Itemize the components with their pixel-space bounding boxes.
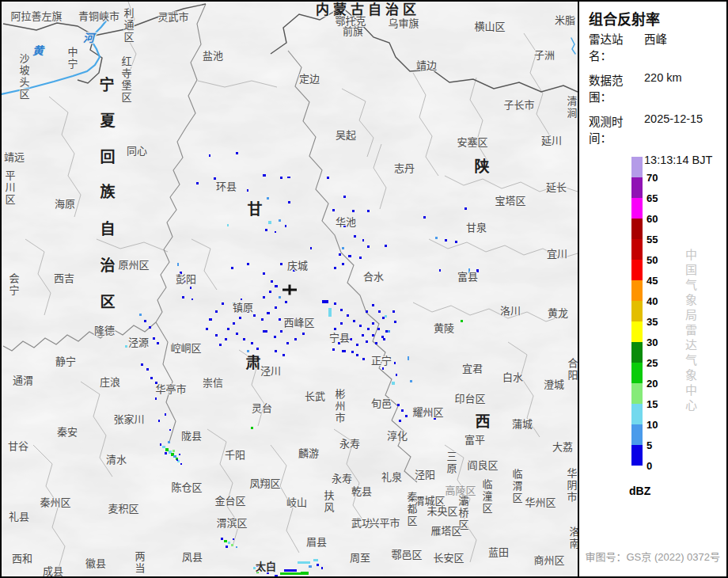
radar-echo [180,463,182,465]
radar-echo [328,308,332,317]
map-label: 千阳 [225,450,245,460]
map-label: 彬州市 [335,389,345,424]
map-label: 通渭 [13,375,33,386]
map-label: 同心 [127,146,147,156]
radar-echo [367,328,370,330]
radar-echo [157,342,159,344]
radar-echo [313,559,318,561]
radar-echo [267,197,269,200]
radar-echo [394,321,396,323]
radar-echo [285,225,286,227]
radar-echo [280,177,282,179]
radar-echo [228,542,230,544]
map-label: 华州区 [525,497,555,508]
radar-echo [359,257,362,259]
radar-echo [385,245,387,247]
radar-echo [271,280,273,283]
map-label: 河 [83,32,94,44]
map-label: 内蒙古自治区 [316,3,420,17]
radar-echo [366,310,368,313]
radar-echo [445,239,447,241]
legend-tick-label: 5 [646,439,652,451]
map-label: 礼泉 [381,472,402,482]
map-label: 肃 [245,356,260,371]
radar-echo [150,377,153,379]
radar-echo [334,267,336,269]
radar-echo [301,572,309,575]
map-label: 回 [100,150,115,165]
radar-echo [439,269,441,272]
map-label: 前旗 [343,26,363,36]
radar-echo [392,310,395,313]
map-label: 陈仓区 [171,482,202,492]
radar-echo [206,328,208,330]
radar-echo [342,247,344,249]
radar-echo [408,356,409,360]
radar-echo [372,322,374,325]
dbz-legend: 7065605550454035302520151050 [579,2,726,576]
map-label: 蒲城 [512,419,533,429]
map-label: 周至 [350,553,370,563]
map-label: 乾县 [351,486,372,496]
map-label: 永寿 [332,473,352,484]
radar-echo [165,452,167,454]
radar-echo [464,207,467,210]
legend-tick-label: 60 [646,213,658,225]
radar-echo [332,209,335,211]
map-label: 永寿 [339,439,360,449]
radar-echo [236,333,238,335]
map-label: 陕 [474,159,489,174]
radar-echo [256,348,259,350]
radar-echo [224,540,227,542]
map-label: 米脂 [555,15,575,25]
radar-echo [362,358,365,360]
radar-echo [263,330,267,333]
radar-echo [310,247,312,249]
radar-echo [275,575,278,576]
map-label: 三原 [446,451,457,475]
map-label: 华阴市 [567,468,577,504]
legend-unit: dBZ [629,485,650,497]
map-label: 甘 [247,202,262,217]
radar-echo [287,177,290,178]
radar-echo [225,338,227,340]
map-label: 凤县 [182,552,203,562]
radar-echo [247,189,248,192]
radar-echo [353,320,355,322]
radar-echo [334,302,336,305]
map-label: 长安区 [433,553,464,563]
legend-swatch [631,157,643,177]
map-label: 会宁 [9,273,19,297]
map-label: 华亭市 [155,384,186,394]
legend-swatch [631,239,643,260]
radar-echo [394,362,396,364]
radar-echo [298,561,310,564]
radar-echo [377,328,380,330]
radar-echo [322,300,328,303]
radar-echo [149,326,151,329]
map-label: 夏 [100,113,115,128]
radar-echo [209,154,210,157]
map-label: 庄浪 [100,377,120,387]
radar-echo [302,333,305,335]
map-label: 眉县 [306,537,327,547]
legend-swatch [631,177,643,198]
map-label: 灵武市 [157,12,188,22]
map-label: 澄城 [544,379,564,390]
map-label: 西 [475,414,490,429]
map-label: 安塞区 [457,137,487,147]
radar-echo [354,235,356,238]
radar-echo [399,420,401,422]
radar-echo [339,253,341,256]
legend-tick-label: 10 [646,419,658,431]
radar-echo [362,239,364,241]
radar-echo [288,201,290,203]
map-label: 治 [100,258,115,273]
radar-echo [226,546,228,548]
legend-swatch [631,260,643,280]
legend-tick-label: 40 [646,295,658,307]
map-label: 秦州区 [40,497,70,508]
radar-product-window: 内蒙古自治区宁夏回族自治区甘肃陕西黄河阿拉善左旗青铜峡市灵武市利通区沙坡头区中宁… [0,0,728,578]
radar-echo [327,177,329,179]
radar-echo [405,415,408,417]
